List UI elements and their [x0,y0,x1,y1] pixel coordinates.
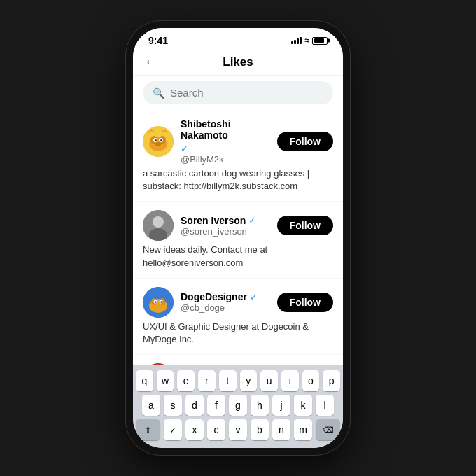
user-info: DogeDesigner ✓ @cb_doge [181,291,258,313]
page-title: Likes [223,55,253,69]
keyboard-row-2: a s d f g h j k l [136,395,340,416]
key-c[interactable]: c [207,419,225,440]
user-left: Soren Iverson ✓ @soren_iverson [143,210,277,241]
user-info: Shibetoshi Nakamoto ✓ @BillyM2k [181,118,277,164]
user-name: DogeDesigner [181,291,247,302]
search-input[interactable] [170,87,323,99]
user-bio: a sarcastic cartoon dog wearing glasses … [143,167,333,192]
user-name: Shibetoshi Nakamoto [181,118,277,141]
status-icons: ≈ [291,36,328,46]
search-bar[interactable]: 🔍 [143,81,333,104]
key-k[interactable]: k [294,395,312,416]
key-shift[interactable]: ⇧ [136,419,160,440]
key-i[interactable]: i [281,370,299,391]
key-g[interactable]: g [229,395,247,416]
list-item: Soren Iverson ✓ @soren_iverson Follow Ne… [133,202,343,278]
list-item: DogeDesigner ✓ @cb_doge Follow UX/UI & G… [133,279,343,355]
keyboard: q w e r t y u i o p a s d f g h j k l [133,365,343,448]
key-s[interactable]: s [164,395,182,416]
user-list: Shibetoshi Nakamoto ✓ @BillyM2k Follow a… [133,110,343,365]
svg-point-7 [160,139,162,141]
verified-icon: ✓ [181,144,188,154]
verified-icon: ✓ [250,292,258,302]
signal-icon [291,37,302,44]
follow-button[interactable]: Follow [277,293,333,312]
user-top-row: DogeDesigner ✓ @cb_doge Follow [143,287,333,318]
key-r[interactable]: r [198,370,216,391]
follow-button[interactable]: Follow [277,216,333,235]
key-f[interactable]: f [207,395,225,416]
user-left: DogeDesigner ✓ @cb_doge [143,287,277,318]
key-w[interactable]: w [157,370,174,391]
list-item: Shibetoshi Nakamoto ✓ @BillyM2k Follow a… [133,110,343,202]
user-handle: @BillyM2k [181,154,277,164]
key-x[interactable]: x [186,419,204,440]
svg-point-6 [155,139,157,141]
battery-fill [314,38,324,43]
user-bio: New ideas daily. Contact me at hello@sor… [143,244,333,269]
follow-button[interactable]: Follow [277,132,333,151]
user-bio: UX/UI & Graphic Designer at Dogecoin & M… [143,321,333,346]
user-handle: @cb_doge [181,302,258,313]
svg-point-18 [155,301,156,302]
phone-screen: 9:41 ≈ ← Likes 🔍 [133,28,343,448]
key-p[interactable]: p [323,370,340,391]
key-t[interactable]: t [219,370,237,391]
key-m[interactable]: m [294,419,312,440]
avatar [143,210,174,241]
key-q[interactable]: q [136,370,153,391]
user-top-row: Soren Iverson ✓ @soren_iverson Follow [143,210,333,241]
list-item: ALX 🇺🇸 ✓ @alx Follow Banned in 2020 — Fr… [133,355,343,365]
key-h[interactable]: h [251,395,269,416]
avatar [143,126,174,157]
user-name-row: Soren Iverson ✓ [181,215,256,226]
status-bar: 9:41 ≈ [133,28,343,49]
user-left: Shibetoshi Nakamoto ✓ @BillyM2k [143,118,277,164]
key-n[interactable]: n [272,419,290,440]
user-name: Soren Iverson [181,215,246,226]
user-name-row: DogeDesigner ✓ [181,291,258,302]
verified-icon: ✓ [248,215,256,225]
key-j[interactable]: j [272,395,290,416]
key-o[interactable]: o [302,370,320,391]
key-b[interactable]: b [251,419,269,440]
svg-point-19 [160,301,162,302]
key-backspace[interactable]: ⌫ [316,419,340,440]
keyboard-row-3: ⇧ z x c v b n m ⌫ [136,419,340,440]
user-name-row: Shibetoshi Nakamoto ✓ [181,118,277,154]
user-top-row: Shibetoshi Nakamoto ✓ @BillyM2k Follow [143,118,333,164]
search-icon: 🔍 [153,88,164,99]
key-e[interactable]: e [177,370,195,391]
key-z[interactable]: z [164,419,182,440]
user-info: Soren Iverson ✓ @soren_iverson [181,215,256,237]
back-button[interactable]: ← [144,55,157,69]
svg-point-10 [153,216,164,227]
key-y[interactable]: y [240,370,258,391]
user-handle: @soren_iverson [181,226,256,237]
page-header: ← Likes [133,49,343,76]
avatar [143,287,174,318]
svg-point-8 [155,142,161,146]
key-d[interactable]: d [186,395,204,416]
key-u[interactable]: u [260,370,278,391]
search-container: 🔍 [133,76,343,110]
key-a[interactable]: a [142,395,160,416]
key-v[interactable]: v [229,419,247,440]
status-time: 9:41 [148,35,168,46]
battery-icon [312,37,328,45]
key-l[interactable]: l [316,395,334,416]
phone-frame: 9:41 ≈ ← Likes 🔍 [126,21,350,455]
keyboard-row-1: q w e r t y u i o p [136,370,340,391]
wifi-icon: ≈ [304,36,309,46]
